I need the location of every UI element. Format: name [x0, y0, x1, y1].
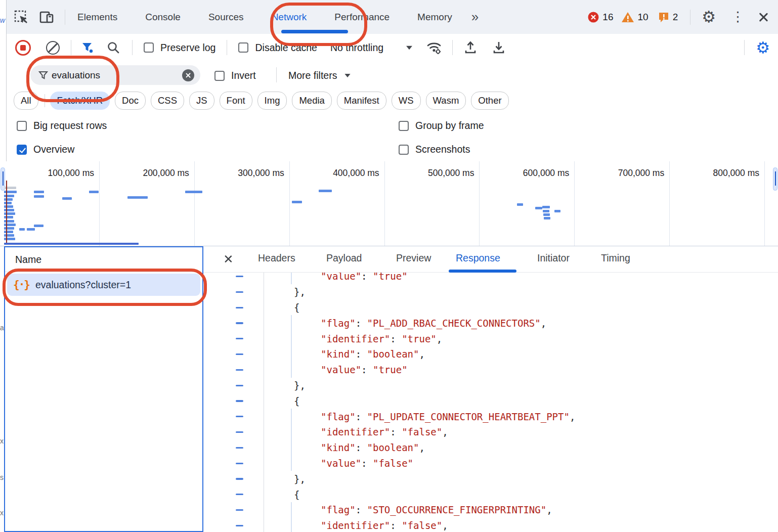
code-fold-gutter[interactable] [203, 284, 264, 300]
fold-marker-icon[interactable] [236, 509, 243, 511]
type-chip-manifest[interactable]: Manifest [337, 92, 386, 110]
code-fold-gutter[interactable] [203, 486, 264, 502]
fold-marker-icon[interactable] [236, 369, 243, 371]
detail-tab-preview[interactable]: Preview [396, 252, 431, 264]
settings-gear-icon[interactable]: ⚙ [702, 9, 716, 25]
export-har-icon[interactable] [492, 40, 505, 55]
filter-funnel-icon[interactable] [81, 41, 94, 54]
issue-count[interactable]: 2 [673, 12, 678, 23]
error-count[interactable]: 16 [602, 12, 613, 23]
group-by-frame-checkbox[interactable]: Group by frame [399, 120, 484, 131]
code-fold-gutter[interactable] [203, 440, 264, 456]
fold-marker-icon[interactable] [236, 447, 243, 449]
code-fold-gutter[interactable] [203, 471, 264, 486]
detail-tab-payload[interactable]: Payload [326, 252, 362, 264]
fold-marker-icon[interactable] [236, 494, 243, 495]
fold-marker-icon[interactable] [236, 353, 243, 355]
clear-network-log-icon[interactable] [46, 41, 60, 55]
request-row-evaluations[interactable]: {·} evaluations?cluster=1 [7, 274, 200, 296]
code-fold-gutter[interactable] [203, 300, 264, 316]
fold-marker-icon[interactable] [236, 307, 243, 308]
fold-marker-icon[interactable] [236, 400, 243, 402]
overview-right-handle[interactable] [773, 167, 777, 191]
issues-badge-icon[interactable] [658, 11, 670, 23]
more-tabs-chevron-icon[interactable]: » [471, 9, 479, 25]
overview-checkbox[interactable]: Overview [17, 144, 74, 155]
name-column-header[interactable]: Name [15, 254, 41, 265]
code-fold-gutter[interactable] [203, 456, 264, 471]
disable-cache-checkbox[interactable]: Disable cache [238, 42, 317, 54]
code-fold-gutter[interactable] [203, 424, 264, 440]
big-request-rows-checkbox[interactable]: Big request rows [17, 120, 107, 131]
filter-input[interactable]: evaluations [30, 65, 200, 85]
response-viewer[interactable]: "value": "true"},{"flag": "PL_ADD_RBAC_C… [203, 269, 778, 532]
fold-marker-icon[interactable] [236, 276, 243, 277]
request-list-header[interactable]: Name [5, 247, 202, 272]
type-chip-js[interactable]: JS [189, 92, 214, 110]
detail-tab-initiator[interactable]: Initiator [537, 252, 570, 264]
indent-guide [291, 362, 292, 378]
tab-sources[interactable]: Sources [205, 12, 247, 23]
search-icon[interactable] [107, 41, 120, 54]
type-chip-font[interactable]: Font [220, 92, 252, 110]
warning-badge-icon[interactable] [621, 11, 634, 23]
disable-cache-label: Disable cache [255, 42, 317, 54]
type-chip-wasm[interactable]: Wasm [426, 92, 466, 110]
import-har-icon[interactable] [464, 40, 477, 55]
more-filters-button[interactable]: More filters [288, 70, 351, 81]
fold-marker-icon[interactable] [236, 431, 243, 433]
code-fold-gutter[interactable] [203, 362, 264, 378]
clear-filter-icon[interactable] [182, 69, 194, 81]
invert-checkbox[interactable]: Invert [214, 70, 256, 81]
preserve-log-checkbox[interactable]: Preserve log [144, 42, 215, 54]
fold-marker-icon[interactable] [236, 525, 243, 526]
device-toolbar-icon[interactable] [39, 10, 55, 24]
kebab-menu-icon[interactable]: ⋮ [731, 10, 745, 24]
tab-console[interactable]: Console [142, 12, 184, 23]
tab-memory[interactable]: Memory [414, 12, 455, 23]
code-fold-gutter[interactable] [203, 346, 264, 362]
detail-tab-timing[interactable]: Timing [601, 252, 630, 264]
fold-marker-icon[interactable] [236, 291, 243, 293]
close-devtools-icon[interactable] [758, 12, 769, 23]
type-chip-doc[interactable]: Doc [115, 92, 146, 110]
tab-elements[interactable]: Elements [74, 12, 120, 23]
warning-count[interactable]: 10 [637, 12, 648, 23]
screenshots-checkbox[interactable]: Screenshots [399, 144, 470, 155]
fold-marker-icon[interactable] [236, 463, 243, 464]
code-fold-gutter[interactable] [203, 502, 264, 518]
type-chip-fetch-xhr[interactable]: Fetch/XHR [50, 92, 110, 110]
network-conditions-icon[interactable] [426, 40, 442, 55]
code-text: "value": "true" [264, 364, 408, 375]
tab-network[interactable]: Network [269, 12, 310, 23]
close-detail-icon[interactable] [224, 254, 233, 263]
throttling-select[interactable]: No throttling [330, 42, 413, 54]
type-chip-other[interactable]: Other [471, 92, 508, 110]
code-fold-gutter[interactable] [203, 393, 264, 409]
detail-tab-headers[interactable]: Headers [258, 252, 295, 264]
type-chip-all[interactable]: All [14, 92, 38, 110]
fold-marker-icon[interactable] [236, 322, 243, 324]
fold-marker-icon[interactable] [236, 478, 243, 479]
error-badge-icon[interactable] [587, 11, 599, 23]
code-fold-gutter[interactable] [203, 518, 264, 532]
type-chip-ws[interactable]: WS [392, 92, 421, 110]
waterfall-bar [4, 234, 14, 237]
code-text: "kind": "boolean", [264, 348, 425, 360]
code-fold-gutter[interactable] [203, 409, 264, 424]
code-fold-gutter[interactable] [203, 331, 264, 346]
record-network-log-icon[interactable] [15, 40, 31, 56]
code-fold-gutter[interactable] [203, 315, 264, 331]
network-overview-timeline[interactable]: 100,000 ms200,000 ms300,000 ms400,000 ms… [0, 161, 778, 246]
type-chip-media[interactable]: Media [292, 92, 331, 110]
tab-performance[interactable]: Performance [331, 12, 393, 23]
fold-marker-icon[interactable] [236, 416, 243, 417]
type-chip-img[interactable]: Img [257, 92, 287, 110]
fold-marker-icon[interactable] [236, 385, 243, 386]
code-fold-gutter[interactable] [203, 378, 264, 393]
type-chip-css[interactable]: CSS [151, 92, 184, 110]
inspect-element-icon[interactable] [14, 10, 28, 24]
fold-marker-icon[interactable] [236, 338, 243, 339]
detail-tab-response[interactable]: Response [456, 252, 500, 264]
network-settings-gear-icon[interactable]: ⚙ [756, 40, 770, 56]
